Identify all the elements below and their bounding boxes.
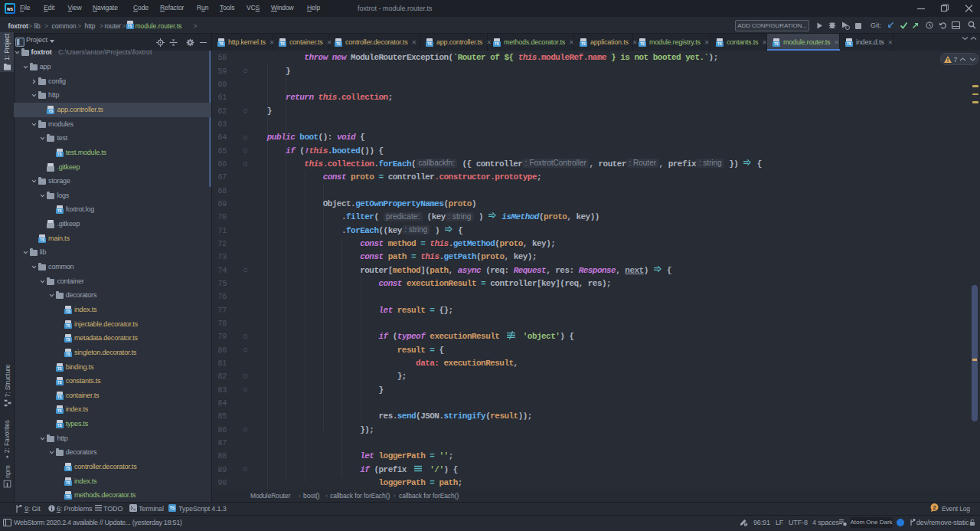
svg-text:2: 2 <box>933 505 936 510</box>
